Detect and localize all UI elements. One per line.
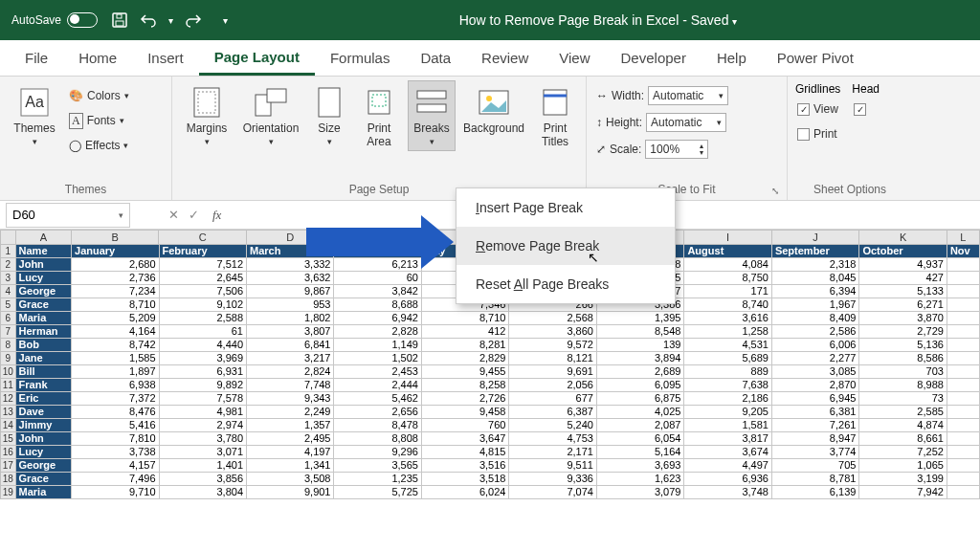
cell[interactable]: 8,808 [334, 432, 421, 446]
cell[interactable]: 3,508 [247, 473, 334, 486]
cell[interactable]: 2,186 [684, 392, 771, 406]
cell[interactable]: 9,458 [422, 406, 509, 419]
row-number[interactable]: 1 [0, 245, 16, 258]
cell[interactable]: Maria [16, 312, 72, 325]
undo-icon[interactable] [140, 11, 157, 29]
cell[interactable]: 1,967 [772, 298, 859, 312]
table-header[interactable]: September [772, 245, 859, 258]
cell[interactable]: 6,875 [597, 392, 684, 406]
tab-power-pivot[interactable]: Power Pivot [762, 40, 869, 76]
cell[interactable]: 2,729 [859, 325, 947, 339]
row-number[interactable]: 3 [0, 272, 16, 285]
cell[interactable]: 3,616 [684, 312, 771, 325]
cell[interactable]: George [16, 459, 72, 473]
cell[interactable]: Bill [16, 365, 72, 379]
cell[interactable]: 4,815 [422, 446, 509, 459]
cell[interactable]: 1,065 [859, 459, 947, 473]
cell[interactable]: 61 [160, 325, 247, 339]
cell[interactable]: 9,901 [247, 486, 334, 499]
cell[interactable]: 9,102 [160, 298, 247, 312]
cell[interactable]: 7,252 [859, 446, 947, 459]
cell[interactable]: 3,516 [422, 459, 509, 473]
cell[interactable]: Jane [16, 352, 72, 365]
cell[interactable]: 5,209 [72, 312, 159, 325]
row-number[interactable]: 5 [0, 298, 16, 312]
cell[interactable]: 7,372 [72, 392, 159, 406]
cell[interactable]: 171 [684, 285, 771, 298]
colors-button[interactable]: 🎨Colors ▾ [67, 84, 131, 107]
cell[interactable]: 3,693 [597, 459, 684, 473]
cell[interactable]: 1,502 [334, 352, 421, 365]
cell[interactable]: 3,774 [772, 446, 859, 459]
cell[interactable]: 3,674 [684, 446, 771, 459]
cell[interactable]: 9,867 [247, 285, 334, 298]
row-number[interactable]: 18 [0, 473, 16, 486]
cell[interactable]: 2,656 [334, 406, 421, 419]
cell[interactable]: 6,095 [597, 379, 684, 392]
cell[interactable]: 2,249 [247, 406, 334, 419]
cell[interactable]: 8,710 [422, 312, 509, 325]
cell[interactable]: Lucy [16, 446, 72, 459]
cell[interactable]: 3,817 [684, 432, 771, 446]
cell[interactable]: 3,518 [422, 473, 509, 486]
cell[interactable]: 5,164 [597, 446, 684, 459]
cell[interactable]: 9,572 [509, 339, 596, 352]
cell[interactable]: 889 [684, 365, 771, 379]
column-header[interactable]: B [72, 230, 159, 245]
table-header[interactable]: October [859, 245, 947, 258]
cell[interactable]: 3,748 [684, 486, 771, 499]
cell[interactable]: 6,394 [772, 285, 859, 298]
cell[interactable]: Maria [16, 486, 72, 499]
cell[interactable]: 703 [859, 365, 947, 379]
column-header[interactable]: I [684, 230, 771, 245]
cell[interactable]: 412 [422, 325, 509, 339]
scale-spinner[interactable]: 100%▴▾ [645, 140, 708, 159]
cell[interactable]: 7,496 [72, 473, 159, 486]
menu-reset-page-breaks[interactable]: Reset All Page Breaks [457, 265, 675, 303]
cell[interactable]: 6,938 [72, 379, 159, 392]
breaks-button[interactable]: Breaks▾ [408, 80, 456, 151]
cell[interactable]: 8,258 [422, 379, 509, 392]
cell[interactable]: 1,395 [597, 312, 684, 325]
cell[interactable]: 9,511 [509, 459, 596, 473]
fx-icon[interactable]: fx [212, 208, 221, 223]
tab-insert[interactable]: Insert [132, 40, 199, 76]
cell[interactable]: 8,476 [72, 406, 159, 419]
row-number[interactable]: 4 [0, 285, 16, 298]
cell[interactable]: 2,444 [334, 379, 421, 392]
cell[interactable]: 2,828 [334, 325, 421, 339]
cell[interactable] [947, 298, 980, 312]
cell[interactable]: 4,937 [859, 258, 947, 272]
cell[interactable]: 7,810 [72, 432, 159, 446]
cell[interactable]: Lucy [16, 272, 72, 285]
cancel-icon[interactable]: ✕ [168, 208, 179, 222]
cell[interactable] [947, 379, 980, 392]
tab-review[interactable]: Review [466, 40, 544, 76]
cell[interactable]: 6,381 [772, 406, 859, 419]
cell[interactable]: 8,740 [684, 298, 771, 312]
cell[interactable]: 7,638 [684, 379, 771, 392]
cell[interactable]: 8,281 [422, 339, 509, 352]
column-header[interactable]: L [947, 230, 980, 245]
cell[interactable]: 7,512 [160, 258, 247, 272]
cell[interactable]: 9,205 [684, 406, 771, 419]
redo-icon[interactable] [185, 11, 202, 29]
cell[interactable]: 2,453 [334, 365, 421, 379]
tab-data[interactable]: Data [405, 40, 466, 76]
tab-file[interactable]: File [10, 40, 63, 76]
cell[interactable]: 3,894 [597, 352, 684, 365]
cell[interactable]: 3,199 [859, 473, 947, 486]
cell[interactable]: 1,357 [247, 419, 334, 432]
cell[interactable]: 4,981 [160, 406, 247, 419]
cell[interactable] [947, 352, 980, 365]
cell[interactable]: 6,841 [247, 339, 334, 352]
cell[interactable] [947, 272, 980, 285]
cell[interactable]: 6,271 [859, 298, 947, 312]
cell[interactable]: George [16, 285, 72, 298]
cell[interactable]: 3,217 [247, 352, 334, 365]
cell[interactable]: 5,725 [334, 486, 421, 499]
cell[interactable]: 8,781 [772, 473, 859, 486]
print-titles-button[interactable]: Print Titles [532, 80, 578, 153]
cell[interactable]: 2,495 [247, 432, 334, 446]
cell[interactable]: 6,936 [684, 473, 771, 486]
